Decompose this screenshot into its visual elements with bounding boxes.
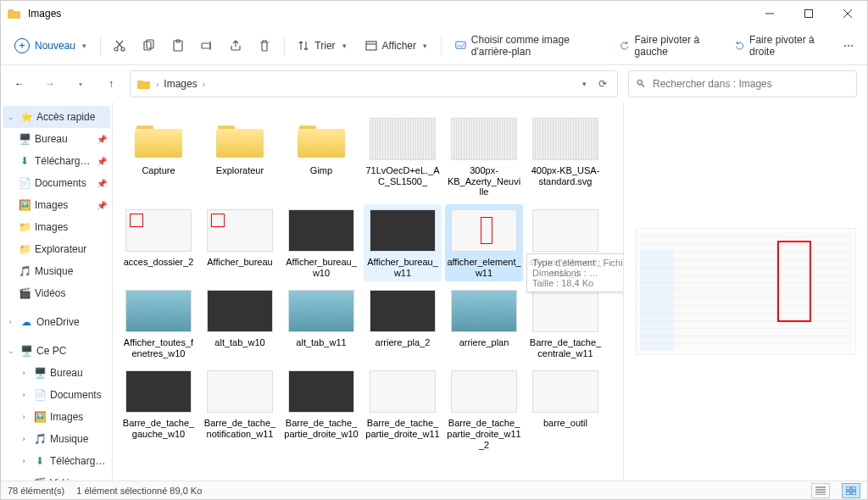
svg-rect-7 bbox=[202, 43, 210, 48]
thumbnails-view-button[interactable] bbox=[842, 483, 860, 498]
image-item[interactable]: arriere_pla_2 bbox=[364, 285, 442, 362]
paste-button[interactable] bbox=[164, 31, 191, 60]
item-label: alt_tab_w11 bbox=[296, 337, 346, 348]
folder-item[interactable]: Explorateur bbox=[201, 113, 279, 201]
chevron-down-icon[interactable]: ⌵ bbox=[4, 113, 16, 121]
refresh-button[interactable]: ⟳ bbox=[595, 78, 610, 90]
pin-icon: 📌 bbox=[97, 157, 107, 166]
image-thumbnail bbox=[125, 288, 192, 334]
chevron-right-icon: › bbox=[203, 80, 205, 89]
image-thumbnail bbox=[531, 116, 599, 162]
item-label: Barre_de_tache_centrale_w11 bbox=[528, 337, 603, 358]
copy-button[interactable] bbox=[135, 31, 162, 60]
sidebar-this-pc[interactable]: ⌵🖥️Ce PC bbox=[3, 340, 110, 362]
share-button[interactable] bbox=[222, 31, 249, 60]
image-thumbnail bbox=[369, 288, 437, 334]
image-item[interactable]: barre_outil bbox=[526, 365, 604, 453]
image-item[interactable]: Afficher_toutes_fenetres_w10 bbox=[120, 285, 198, 362]
sidebar-pc-downloads[interactable]: ›⬇Téléchargements bbox=[3, 450, 110, 472]
sidebar-pc-music[interactable]: ›🎵Musique bbox=[3, 428, 110, 450]
chevron-right-icon[interactable]: › bbox=[18, 391, 30, 399]
sidebar-onedrive[interactable]: ›☁OneDrive bbox=[3, 311, 110, 333]
image-item[interactable]: 71LvOecD+eL._AC_SL1500_ bbox=[364, 113, 442, 201]
folder-item[interactable]: Gimp bbox=[282, 113, 360, 201]
image-item[interactable]: alt_tab_w10 bbox=[201, 285, 279, 362]
sidebar-pc-videos[interactable]: ›🎬Vidéos bbox=[3, 472, 110, 481]
video-icon: 🎬 bbox=[18, 286, 31, 300]
sidebar-item-images-folder[interactable]: 📁Images bbox=[3, 216, 110, 238]
rotate-right-button[interactable]: Faire pivoter à droite bbox=[726, 31, 833, 60]
sidebar-item-downloads[interactable]: ⬇Téléchargements📌 bbox=[3, 150, 110, 172]
image-thumbnail bbox=[206, 208, 274, 253]
image-item[interactable]: afficher_element_w11 bbox=[445, 204, 523, 281]
more-button[interactable]: ⋯ bbox=[835, 31, 862, 60]
image-thumbnail bbox=[450, 369, 518, 414]
forward-button[interactable]: → bbox=[42, 75, 58, 92]
sidebar-item-videos[interactable]: 🎬Vidéos bbox=[3, 282, 110, 304]
sidebar-pc-images[interactable]: ›🖼️Images bbox=[3, 406, 110, 428]
chevron-right-icon[interactable]: › bbox=[4, 318, 16, 326]
chevron-right-icon[interactable]: › bbox=[18, 413, 30, 421]
close-button[interactable] bbox=[828, 1, 867, 26]
sidebar-item-documents[interactable]: 📄Documents📌 bbox=[3, 172, 110, 194]
up-button[interactable]: ↑ bbox=[103, 75, 120, 92]
chevron-right-icon[interactable]: › bbox=[18, 369, 30, 377]
status-bar: 78 élément(s) 1 élément sélectionné 89,0… bbox=[1, 481, 867, 499]
rename-button[interactable] bbox=[193, 31, 220, 60]
image-item[interactable]: alt_tab_w11 bbox=[282, 285, 360, 362]
chevron-down-icon[interactable]: ⌵ bbox=[4, 347, 16, 355]
delete-button[interactable] bbox=[251, 31, 278, 60]
details-view-button[interactable] bbox=[811, 483, 830, 498]
image-item[interactable]: Barre_de_tache_partie_droite_w11_2 bbox=[445, 365, 523, 453]
sidebar-pc-documents[interactable]: ›📄Documents bbox=[3, 384, 110, 406]
sidebar-item-desktop[interactable]: 🖥️Bureau📌 bbox=[3, 128, 110, 150]
image-item[interactable]: Barre_de_tache_notification_w11 bbox=[201, 365, 279, 453]
image-item[interactable]: Barre_de_tache_partie_droite_w11 bbox=[364, 365, 442, 453]
navigation-pane[interactable]: ⌵ ⭐ Accès rapide 🖥️Bureau📌 ⬇Téléchargeme… bbox=[1, 103, 113, 481]
sidebar-quick-access[interactable]: ⌵ ⭐ Accès rapide bbox=[3, 106, 110, 128]
address-row: ← → ▾ ↑ › Images › ▾ ⟳ 🔍︎ bbox=[1, 65, 867, 103]
minimize-button[interactable] bbox=[750, 1, 789, 26]
cut-button[interactable] bbox=[106, 31, 133, 60]
image-item[interactable]: Afficher_bureau_w11 bbox=[364, 204, 442, 281]
image-item[interactable]: Barre_de_tache_partie_droite_w10 bbox=[282, 365, 360, 453]
sort-button[interactable]: Trier ▾ bbox=[289, 31, 354, 60]
image-thumbnail bbox=[531, 208, 599, 253]
chevron-right-icon[interactable]: › bbox=[18, 435, 30, 443]
image-thumbnail bbox=[450, 116, 518, 162]
pin-icon: 📌 bbox=[97, 135, 107, 144]
folder-icon bbox=[125, 116, 192, 162]
dropdown-button[interactable]: ▾ bbox=[579, 80, 590, 88]
sidebar-pc-desktop[interactable]: ›🖥️Bureau bbox=[3, 362, 110, 384]
recent-button[interactable]: ▾ bbox=[72, 75, 89, 92]
image-item[interactable]: Afficher_bureau bbox=[201, 204, 279, 281]
document-icon: 📄 bbox=[18, 176, 31, 190]
search-input[interactable] bbox=[653, 78, 849, 90]
image-item[interactable]: Afficher_bureau_w10 bbox=[282, 204, 360, 281]
image-item[interactable]: Barre_de_tache_gauche_w10 bbox=[120, 365, 198, 453]
rotate-left-button[interactable]: Faire pivoter à gauche bbox=[611, 31, 725, 60]
separator bbox=[441, 36, 442, 56]
sidebar-item-images[interactable]: 🖼️Images📌 bbox=[3, 194, 110, 216]
new-button[interactable]: + Nouveau ▾ bbox=[6, 31, 95, 60]
image-item[interactable]: 400px-KB_USA-standard.svg bbox=[526, 113, 604, 201]
view-button[interactable]: Afficher ▾ bbox=[357, 31, 436, 60]
file-list[interactable]: CaptureExplorateurGimp71LvOecD+eL._AC_SL… bbox=[113, 103, 623, 481]
sidebar-item-explorer[interactable]: 📁Explorateur bbox=[3, 238, 110, 260]
folder-item[interactable]: Capture bbox=[120, 113, 198, 201]
breadcrumb[interactable]: Images bbox=[164, 78, 197, 90]
back-button[interactable]: ← bbox=[11, 75, 28, 92]
new-label: Nouveau bbox=[35, 40, 75, 52]
image-item[interactable]: 300px-KB_Azerty_Neuville bbox=[445, 113, 523, 201]
address-bar[interactable]: › Images › ▾ ⟳ bbox=[130, 70, 618, 97]
image-item[interactable]: acces_dossier_2 bbox=[120, 204, 198, 281]
image-item[interactable]: Barre_de_tache_centrale_w11 bbox=[526, 285, 604, 362]
set-wallpaper-button[interactable]: Choisir comme image d'arrière-plan bbox=[447, 31, 609, 60]
sidebar-item-music[interactable]: 🎵Musique bbox=[3, 260, 110, 282]
search-box[interactable]: 🔍︎ bbox=[628, 70, 857, 97]
image-item[interactable]: arriere_plan bbox=[445, 285, 523, 362]
chevron-right-icon[interactable]: › bbox=[18, 457, 30, 465]
status-selection: 1 élément sélectionné 89,0 Ko bbox=[76, 486, 202, 496]
body: ⌵ ⭐ Accès rapide 🖥️Bureau📌 ⬇Téléchargeme… bbox=[1, 103, 867, 481]
maximize-button[interactable] bbox=[789, 1, 828, 26]
